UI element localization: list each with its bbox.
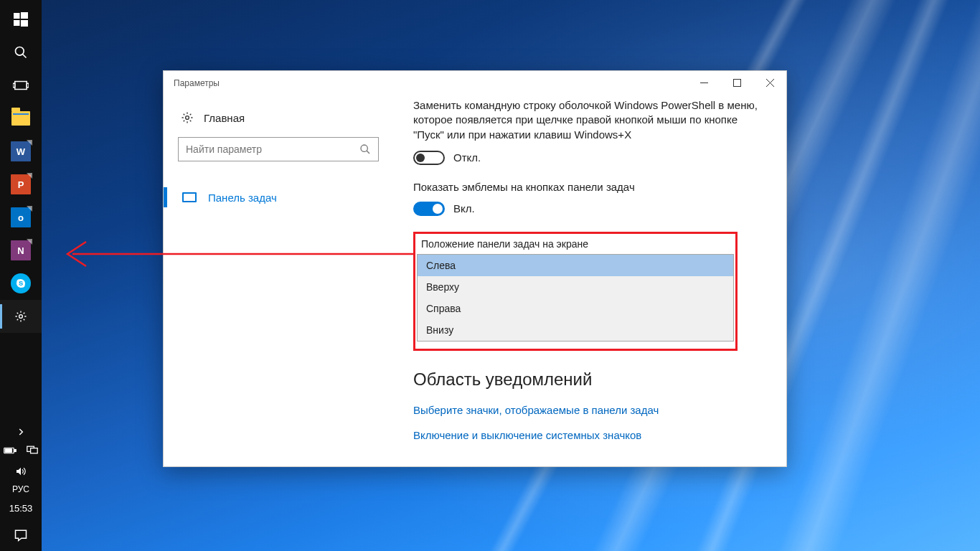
link-system-icons-toggle[interactable]: Включение и выключение системных значков: [413, 429, 758, 441]
sidebar-item-taskbar[interactable]: Панель задач: [178, 182, 379, 213]
search-icon: [359, 143, 371, 155]
taskbar-vertical: W P o N РУС 15:53: [0, 0, 42, 551]
notification-area-heading: Область уведомлений: [413, 369, 758, 390]
action-center-button[interactable]: [0, 519, 42, 551]
svg-rect-17: [733, 80, 740, 87]
settings-window: Параметры Главная Панель задач Заменить …: [163, 70, 787, 467]
taskbar-app-outlook[interactable]: o: [0, 201, 42, 234]
skype-icon: [11, 273, 31, 293]
taskbar-app-word[interactable]: W: [0, 135, 42, 168]
taskbar-app-settings[interactable]: [0, 300, 42, 333]
sidebar-item-label: Панель задач: [208, 192, 277, 204]
window-titlebar[interactable]: Параметры: [164, 71, 786, 95]
window-maximize-button[interactable]: [720, 71, 753, 95]
word-icon: W: [11, 141, 31, 161]
windows-logo-icon: [14, 12, 28, 27]
taskbar-position-label: Положение панели задач на экране: [417, 235, 734, 254]
dropdown-option-right[interactable]: Справа: [418, 298, 733, 319]
window-close-button[interactable]: [753, 71, 786, 95]
toggle-badges[interactable]: [413, 202, 445, 216]
gear-icon: [181, 111, 194, 124]
outlook-icon: o: [11, 207, 31, 227]
annotation-highlight-box: Положение панели задач на экране Слева В…: [413, 232, 738, 351]
window-minimize-button[interactable]: [687, 71, 720, 95]
svg-rect-7: [13, 83, 15, 88]
powerpoint-icon: P: [11, 174, 31, 194]
svg-point-9: [19, 315, 23, 319]
toggle-badges-state: Вкл.: [453, 202, 475, 215]
file-explorer-icon: [11, 111, 30, 126]
svg-point-20: [186, 116, 189, 120]
task-view-icon: [13, 79, 29, 92]
sidebar-home[interactable]: Главная: [178, 107, 379, 137]
gear-icon: [14, 310, 27, 323]
taskbar-icon: [182, 192, 197, 202]
chevron-right-icon: [16, 427, 26, 437]
toggle-powershell[interactable]: [413, 151, 445, 165]
sidebar-home-label: Главная: [204, 112, 245, 124]
start-button[interactable]: [0, 3, 42, 36]
taskbar-position-dropdown[interactable]: Слева Вверху Справа Внизу: [417, 254, 734, 342]
svg-marker-15: [17, 468, 21, 476]
tray-clock[interactable]: 15:53: [0, 497, 42, 519]
svg-rect-8: [27, 83, 29, 88]
notification-icon: [14, 528, 28, 542]
svg-rect-3: [21, 20, 28, 27]
window-title: Параметры: [174, 78, 220, 88]
task-view-button[interactable]: [0, 69, 42, 102]
tray-network-icon[interactable]: [27, 445, 38, 458]
taskbar-app-skype[interactable]: [0, 267, 42, 300]
search-icon: [14, 45, 28, 60]
taskbar-app-powerpoint[interactable]: P: [0, 168, 42, 201]
svg-rect-0: [14, 13, 20, 19]
settings-search-input[interactable]: [178, 137, 379, 161]
taskbar-app-explorer[interactable]: [0, 102, 42, 135]
svg-rect-12: [5, 449, 11, 453]
svg-rect-1: [21, 12, 28, 19]
toggle-powershell-state: Откл.: [453, 151, 481, 164]
tray-volume-icon[interactable]: [14, 466, 27, 480]
svg-line-22: [367, 151, 369, 154]
setting-badges-label: Показать эмблемы на кнопках панели задач: [413, 181, 758, 193]
tray-overflow-button[interactable]: [0, 421, 42, 443]
svg-line-5: [23, 55, 27, 58]
tray-battery-icon[interactable]: [4, 445, 17, 458]
svg-point-4: [16, 47, 24, 56]
dropdown-option-top[interactable]: Вверху: [418, 276, 733, 298]
tray-language-indicator[interactable]: РУС: [0, 481, 42, 497]
onenote-icon: N: [11, 240, 31, 260]
setting-powershell-description: Заменить командную строку оболочкой Wind…: [413, 98, 758, 142]
settings-sidebar: Главная Панель задач: [164, 95, 393, 466]
settings-content: Заменить командную строку оболочкой Wind…: [393, 95, 786, 466]
svg-rect-11: [14, 450, 16, 452]
link-select-taskbar-icons[interactable]: Выберите значки, отображаемые в панели з…: [413, 404, 758, 416]
svg-rect-2: [14, 20, 20, 26]
dropdown-option-left[interactable]: Слева: [418, 255, 733, 276]
svg-rect-6: [15, 82, 27, 90]
svg-point-21: [361, 145, 367, 151]
dropdown-option-bottom[interactable]: Внизу: [418, 319, 733, 341]
taskbar-app-onenote[interactable]: N: [0, 234, 42, 267]
svg-rect-14: [31, 448, 38, 453]
settings-search-field[interactable]: [186, 143, 359, 155]
taskbar-search-button[interactable]: [0, 36, 42, 69]
